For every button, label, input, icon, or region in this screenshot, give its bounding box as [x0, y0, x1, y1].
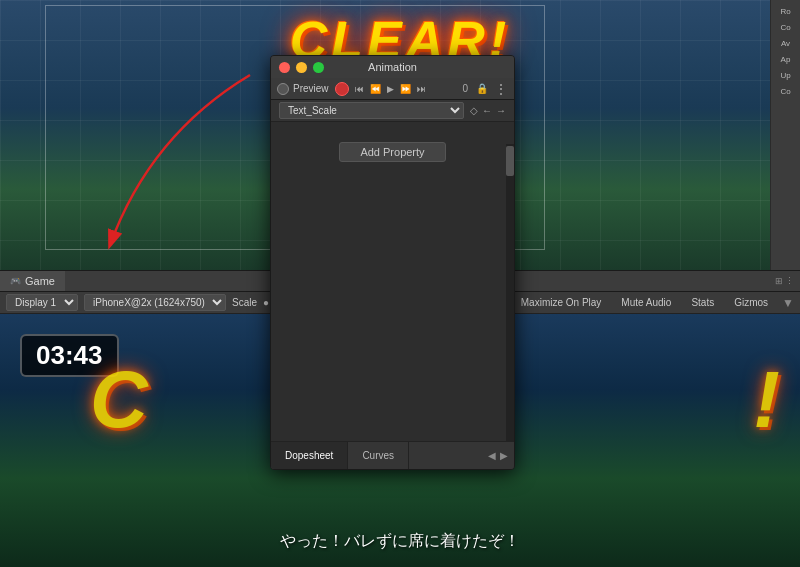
right-panel-item: Ro — [771, 5, 800, 18]
right-panel-item: Av — [771, 37, 800, 50]
right-panel-item: Co — [771, 21, 800, 34]
gizmos-chevron-icon[interactable]: ▼ — [782, 296, 794, 310]
diamond-icon: ◇ — [470, 105, 478, 116]
tab-icons: ◀ ▶ — [488, 450, 514, 461]
right-panel-item: Up — [771, 69, 800, 82]
add-property-button[interactable]: Add Property — [339, 142, 445, 162]
tab-right-icon[interactable]: ▶ — [500, 450, 508, 461]
tab-curves[interactable]: Curves — [348, 442, 409, 469]
animation-toolbar: Preview ⏮ ⏪ ▶ ⏩ ⏭ 0 🔒 ⋮ — [271, 78, 514, 100]
game-tab[interactable]: 🎮 Game — [0, 271, 65, 291]
animation-icon — [277, 83, 289, 95]
step-back-button[interactable]: ⏪ — [368, 83, 383, 95]
scale-label: Scale — [232, 297, 257, 308]
resolution-select[interactable]: iPhoneX@2x (1624x750) — [84, 294, 226, 311]
play-button[interactable]: ▶ — [385, 83, 396, 95]
maximize-on-play-button[interactable]: Maximize On Play — [515, 295, 608, 310]
right-panel-item: Ap — [771, 53, 800, 66]
close-window-button[interactable] — [279, 62, 290, 73]
step-forward-button[interactable]: ⏩ — [398, 83, 413, 95]
animation-panel: Animation Preview ⏮ ⏪ ▶ ⏩ ⏭ 0 🔒 ⋮ Text_S… — [270, 55, 515, 470]
display-select[interactable]: Display 1 — [6, 294, 78, 311]
skip-back-button[interactable]: ⏮ — [353, 83, 366, 95]
clip-selector-row: Text_Scale ◇ ← → — [271, 100, 514, 122]
gizmos-button[interactable]: Gizmos — [728, 295, 774, 310]
game-tab-label: Game — [25, 275, 55, 287]
maximize-window-button[interactable] — [313, 62, 324, 73]
clip-icons: ◇ ← → — [470, 105, 506, 116]
record-button[interactable] — [335, 82, 349, 96]
animation-bottom-tabs: Dopesheet Curves ◀ ▶ — [271, 441, 514, 469]
left-arrow-icon: ← — [482, 105, 492, 116]
tab-dopesheet[interactable]: Dopesheet — [271, 442, 348, 469]
tabbar-right-controls: ⊞ ⋮ — [775, 276, 800, 286]
toolbar-button-group: Maximize On Play Mute Audio Stats Gizmos… — [515, 295, 794, 310]
frame-number: 0 — [462, 83, 468, 94]
tab-left-icon[interactable]: ◀ — [488, 450, 496, 461]
mute-audio-button[interactable]: Mute Audio — [615, 295, 677, 310]
expand-icon[interactable]: ⊞ — [775, 276, 783, 286]
scrollbar-thumb — [506, 146, 514, 176]
game-exclaim: ! — [753, 354, 780, 446]
right-panel-item: Co — [771, 85, 800, 98]
more-options-icon[interactable]: ⋮ — [494, 81, 508, 97]
lock-icon: 🔒 — [476, 83, 488, 94]
minimize-window-button[interactable] — [296, 62, 307, 73]
right-panel: Ro Co Av Ap Up Co — [770, 0, 800, 270]
right-arrow-icon: → — [496, 105, 506, 116]
property-area: Add Property — [271, 122, 514, 415]
more-icon[interactable]: ⋮ — [785, 276, 794, 286]
animation-titlebar: Animation — [271, 56, 514, 78]
animation-panel-title: Animation — [368, 61, 417, 73]
game-tab-icon: 🎮 — [10, 276, 21, 286]
clip-dropdown[interactable]: Text_Scale — [279, 102, 464, 119]
preview-label: Preview — [293, 83, 329, 94]
subtitle-text: やった！バレずに席に着けたぞ！ — [0, 531, 800, 552]
stats-button[interactable]: Stats — [685, 295, 720, 310]
game-clear-c-letter: C — [90, 354, 148, 446]
scale-slider-icon: ● — [263, 297, 269, 308]
skip-forward-button[interactable]: ⏭ — [415, 83, 428, 95]
playback-controls: ⏮ ⏪ ▶ ⏩ ⏭ — [353, 83, 428, 95]
animation-scrollbar[interactable] — [506, 144, 514, 441]
